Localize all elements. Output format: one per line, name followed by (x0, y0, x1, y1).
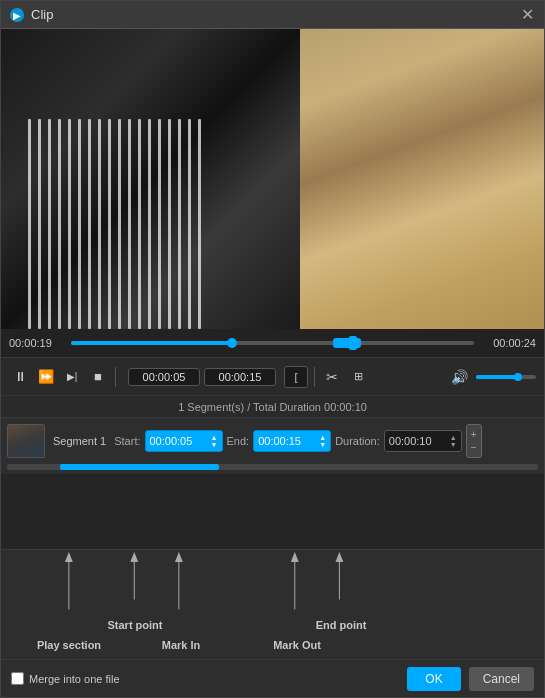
separator-1 (115, 367, 116, 387)
mark-out-time: 00:00:15 (204, 368, 276, 386)
svg-marker-3 (65, 552, 73, 562)
cancel-button[interactable]: Cancel (469, 667, 534, 691)
end-time-value: 00:00:15 (258, 435, 301, 447)
segment-timeline-fill (60, 464, 219, 470)
mark-in-time: 00:00:05 (128, 368, 200, 386)
start-down-btn[interactable]: ▼ (211, 441, 218, 448)
mark-in-button[interactable]: [ (284, 366, 308, 388)
footer-buttons: OK Cancel (407, 667, 534, 691)
segment-row: Segment 1 Start: 00:00:05 ▲ ▼ End: 00:00… (1, 418, 544, 464)
svg-marker-5 (130, 552, 138, 562)
start-field-label: Start: (114, 435, 140, 447)
total-time-label: 00:00:24 (478, 337, 536, 349)
list-area (1, 474, 544, 549)
annotation-area: Play section Start point Mark In Mark Ou… (1, 549, 544, 659)
end-down-btn[interactable]: ▼ (319, 441, 326, 448)
svg-marker-7 (175, 552, 183, 562)
duration-value: 00:00:10 (389, 435, 432, 447)
fence-overlay (28, 119, 327, 329)
start-spinner[interactable]: ▲ ▼ (211, 434, 218, 448)
scene-detect-btn[interactable]: ⊞ (347, 366, 369, 388)
end-field-label: End: (227, 435, 250, 447)
cut-icon-btn[interactable]: ✂ (321, 366, 343, 388)
merge-label-text: Merge into one file (29, 673, 120, 685)
clip-icon: ▶ (9, 7, 25, 23)
annotation-start-point: Start point (80, 619, 190, 631)
start-up-btn[interactable]: ▲ (211, 434, 218, 441)
svg-marker-9 (291, 552, 299, 562)
duration-spinner[interactable]: ▲ ▼ (450, 434, 457, 448)
annotation-mark-out: Mark Out (261, 639, 333, 651)
dur-down-btn[interactable]: ▼ (450, 441, 457, 448)
dur-up-btn[interactable]: ▲ (450, 434, 457, 441)
annotation-mark-in: Mark In (146, 639, 216, 651)
seekbar-area: 00:00:19 00:00:24 (1, 329, 544, 357)
window-title: Clip (31, 7, 518, 22)
video-right-panel (300, 29, 544, 329)
video-frame (1, 29, 544, 329)
separator-2 (314, 367, 315, 387)
segment-timeline[interactable] (7, 464, 538, 470)
clip-window: ▶ Clip ✕ (0, 0, 545, 698)
current-time-label: 00:00:19 (9, 337, 67, 349)
merge-checkbox-label[interactable]: Merge into one file (11, 672, 120, 685)
segment-area: Segment 1 Start: 00:00:05 ▲ ▼ End: 00:00… (1, 417, 544, 474)
seekbar-end-thumb[interactable] (349, 336, 357, 350)
volume-fill (476, 375, 518, 379)
end-time-input[interactable]: 00:00:15 ▲ ▼ (253, 430, 331, 452)
seekbar-fill (71, 341, 232, 345)
step-forward-button[interactable]: ⏩ (35, 366, 57, 388)
duration-input[interactable]: 00:00:10 ▲ ▼ (384, 430, 462, 452)
duration-field-label: Duration: (335, 435, 380, 447)
start-time-value: 00:00:05 (150, 435, 193, 447)
close-button[interactable]: ✕ (518, 6, 536, 24)
merge-checkbox-input[interactable] (11, 672, 24, 685)
ok-button[interactable]: OK (407, 667, 460, 691)
start-time-input[interactable]: 00:00:05 ▲ ▼ (145, 430, 223, 452)
seekbar-track[interactable] (71, 341, 474, 345)
info-bar: 1 Segment(s) / Total Duration 00:00:10 (1, 395, 544, 417)
seekbar-thumb[interactable] (227, 338, 237, 348)
svg-marker-11 (335, 552, 343, 562)
annotation-end-point: End point (301, 619, 381, 631)
segment-info-text: 1 Segment(s) / Total Duration 00:00:10 (178, 401, 367, 413)
title-bar: ▶ Clip ✕ (1, 1, 544, 29)
frame-next-button[interactable]: ▶| (61, 366, 83, 388)
volume-thumb (514, 373, 522, 381)
annotation-play-section: Play section (29, 639, 109, 651)
segment-thumbnail (7, 424, 45, 458)
volume-slider[interactable] (476, 375, 536, 379)
controls-bar: ⏸ ⏩ ▶| ■ 00:00:05 00:00:15 [ ✂ ⊞ 🔊 (1, 357, 544, 395)
footer: Merge into one file OK Cancel (1, 659, 544, 697)
segment-add-button[interactable]: + − (466, 424, 482, 458)
stop-button[interactable]: ■ (87, 366, 109, 388)
end-up-btn[interactable]: ▲ (319, 434, 326, 441)
segment-label: Segment 1 (49, 435, 110, 447)
pause-button[interactable]: ⏸ (9, 366, 31, 388)
svg-text:▶: ▶ (13, 10, 21, 21)
volume-icon: 🔊 (451, 369, 468, 385)
end-spinner[interactable]: ▲ ▼ (319, 434, 326, 448)
video-area (1, 29, 544, 329)
